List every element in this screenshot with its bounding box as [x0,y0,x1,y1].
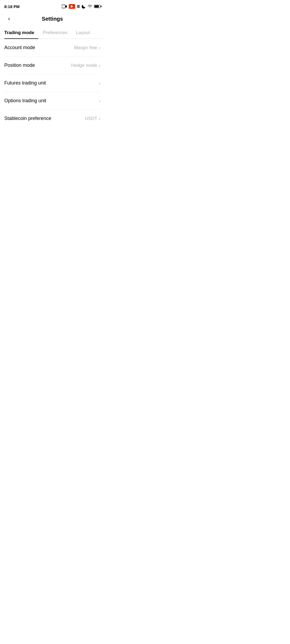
moon-icon [82,4,86,9]
status-time: 8:18 PM [4,4,20,9]
stablecoin-preference-label: Stablecoin preference [4,116,51,121]
stablecoin-preference-right: USDT › [85,116,100,121]
battery-icon [94,5,100,8]
stablecoin-preference-value: USDT [85,116,97,121]
settings-item-account-mode[interactable]: Account mode Margin free › [4,39,100,57]
options-trading-unit-chevron-icon: › [99,98,100,103]
settings-item-futures-trading-unit[interactable]: Futures trading unit › [4,74,100,92]
status-icons [62,4,100,9]
record-icon [69,4,75,9]
position-mode-value: Hedge mode [71,63,97,68]
tabs-container: Trading mode Preferences Layout [0,27,105,39]
settings-item-stablecoin-preference[interactable]: Stablecoin preference USDT › [4,110,100,127]
futures-trading-unit-chevron-icon: › [99,81,100,86]
back-arrow-icon: ‹ [8,15,10,22]
position-mode-label: Position mode [4,63,35,68]
tab-trading-mode[interactable]: Trading mode [4,27,38,39]
stablecoin-preference-chevron-icon: › [99,116,100,121]
position-mode-right: Hedge mode › [71,63,100,68]
settings-item-options-trading-unit[interactable]: Options trading unit › [4,92,100,110]
futures-trading-unit-right: › [97,81,100,86]
futures-trading-unit-label: Futures trading unit [4,80,46,86]
tab-layout[interactable]: Layout [76,27,94,39]
position-mode-chevron-icon: › [99,63,100,68]
settings-list: Account mode Margin free › Position mode… [0,39,105,127]
account-mode-value: Margin free [74,45,97,50]
tab-preferences[interactable]: Preferences [43,27,72,39]
back-button[interactable]: ‹ [4,14,14,24]
bluetooth-icon [77,4,80,9]
page-title: Settings [42,16,63,22]
account-mode-right: Margin free › [74,45,100,50]
account-mode-chevron-icon: › [99,45,100,50]
settings-item-position-mode[interactable]: Position mode Hedge mode › [4,57,100,74]
options-trading-unit-label: Options trading unit [4,98,46,104]
account-mode-label: Account mode [4,45,35,50]
svg-rect-0 [62,5,65,8]
status-bar: 8:18 PM [0,0,105,12]
camera-icon [62,5,67,8]
nav-header: ‹ Settings [0,12,105,27]
options-trading-unit-right: › [97,98,100,103]
wifi-icon [88,5,92,8]
